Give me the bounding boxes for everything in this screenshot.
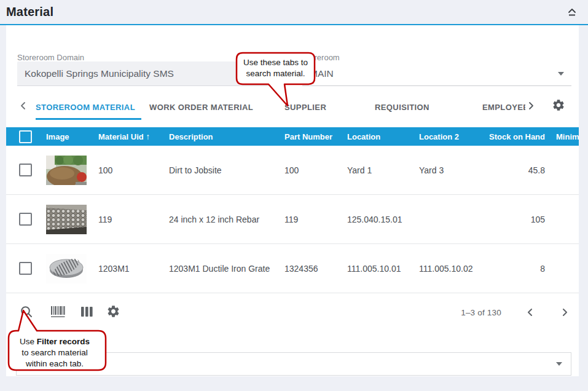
location: 125.040.15.01 <box>347 215 419 224</box>
part-number: 100 <box>284 165 347 175</box>
active-tab-underline <box>36 118 141 120</box>
col-description[interactable]: Description <box>169 132 284 141</box>
table-body: 100 Dirt to Jobsite 100 Yard 1 Yard 3 45… <box>6 146 579 293</box>
rebar-bundle-photo <box>46 205 98 234</box>
dropdown-caret-icon <box>556 362 562 366</box>
select-all-checkbox[interactable] <box>19 130 32 143</box>
material-description: Dirt to Jobsite <box>169 165 284 175</box>
tab-settings-gear-icon[interactable] <box>552 98 565 112</box>
col-minimum[interactable]: Minimum <box>545 132 579 141</box>
filter-callout-text: Use Filter records to search material wi… <box>9 336 101 369</box>
material-uid: 1203M1 <box>98 264 169 274</box>
col-material-uid[interactable]: Material Uid ↑ <box>98 132 169 141</box>
part-number: 119 <box>284 215 347 224</box>
material-uid: 100 <box>98 165 169 175</box>
table-header: Image Material Uid ↑ Description Part Nu… <box>6 127 579 146</box>
location-2: Yard 3 <box>419 165 488 175</box>
col-location-2[interactable]: Location 2 <box>419 132 488 141</box>
pagination: 1–3 of 130 <box>461 293 570 331</box>
col-part-number[interactable]: Part Number <box>284 132 347 141</box>
tab-requisition[interactable]: REQUISITION <box>375 103 429 112</box>
stock-on-hand: 8 <box>488 264 545 274</box>
col-location[interactable]: Location <box>347 132 419 141</box>
material-description: 24 inch x 12 inch Rebar <box>169 215 284 224</box>
previous-page-icon[interactable] <box>525 307 536 318</box>
storeroom-select[interactable]: MAIN <box>302 61 571 86</box>
sort-ascending-icon: ↑ <box>146 132 150 141</box>
storeroom-domain-label: Storeroom Domain <box>17 53 84 62</box>
row-checkbox[interactable] <box>19 262 32 275</box>
location: 111.005.10.01 <box>347 264 419 274</box>
material-description: 1203M1 Ductile Iron Grate <box>169 264 284 274</box>
stock-on-hand: 105 <box>488 215 545 224</box>
col-stock-on-hand[interactable]: Stock on Hand <box>488 132 545 141</box>
col-image[interactable]: Image <box>46 132 98 141</box>
dirt-pile-photo <box>46 156 98 185</box>
pagination-range: 1–3 of 130 <box>461 308 501 317</box>
page-title: Material <box>6 5 53 19</box>
table-row[interactable]: 100 Dirt to Jobsite 100 Yard 1 Yard 3 45… <box>6 146 579 195</box>
part-number: 1324356 <box>284 264 347 274</box>
tabs-callout-text: Use these tabs to search material. <box>237 57 315 79</box>
next-page-icon[interactable] <box>559 307 570 318</box>
location: Yard 1 <box>347 165 419 175</box>
page-header: Material <box>6 0 582 24</box>
tab-employee[interactable]: EMPLOYEE <box>482 103 525 112</box>
tabs-scroll-right-icon[interactable] <box>526 101 536 111</box>
storeroom-domain-value: Kokopelli Springs Municipality SMS <box>25 68 174 79</box>
collapse-section-icon[interactable] <box>566 7 578 18</box>
tab-storeroom-material[interactable]: STOREROOM MATERIAL <box>36 103 135 112</box>
table-row[interactable]: 1203M1 1203M1 Ductile Iron Grate 1324356… <box>6 244 579 293</box>
dropdown-caret-icon <box>558 72 564 76</box>
material-uid: 119 <box>98 215 169 224</box>
row-checkbox[interactable] <box>19 213 32 226</box>
tabs-scroll-left-icon[interactable] <box>18 101 28 111</box>
stock-on-hand: 45.8 <box>488 165 545 175</box>
row-checkbox[interactable] <box>19 164 32 176</box>
ductile-iron-grate-photo <box>46 254 98 283</box>
table-row[interactable]: 119 24 inch x 12 inch Rebar 119 125.040.… <box>6 195 579 244</box>
location-2: 111.005.10.02 <box>419 264 488 274</box>
